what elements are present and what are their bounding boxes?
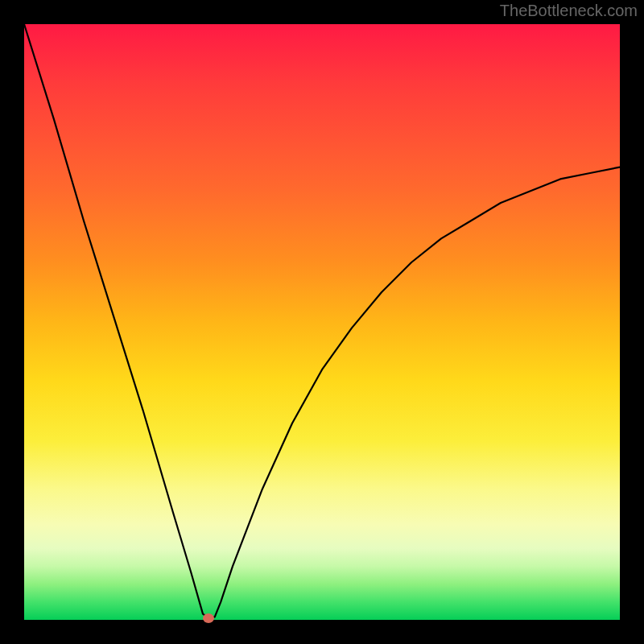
chart-plot-area <box>24 24 620 620</box>
bottleneck-curve <box>24 24 620 620</box>
minimum-marker-dot <box>203 613 214 623</box>
watermark-text: TheBottleneck.com <box>500 2 638 20</box>
